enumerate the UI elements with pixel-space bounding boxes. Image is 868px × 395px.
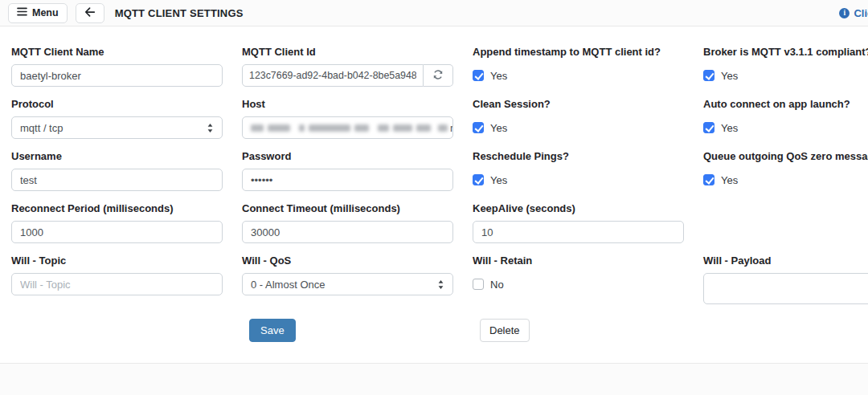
- settings-form: MQTT Client Name MQTT Client Id: [0, 26, 868, 345]
- field-keepalive: KeepAlive (seconds): [473, 202, 684, 243]
- page-title: MQTT CLIENT SETTINGS: [115, 7, 244, 19]
- username-label: Username: [11, 150, 223, 162]
- field-auto-connect: Auto connect on app launch? Yes: [703, 98, 868, 139]
- menu-button-label: Menu: [32, 7, 59, 18]
- client-settings-link[interactable]: Client Se: [839, 7, 868, 19]
- info-icon: [839, 8, 850, 18]
- will-qos-select[interactable]: 0 - Almost Once: [242, 273, 453, 295]
- redacted-text-blob: [299, 124, 305, 132]
- field-password: Password: [242, 150, 453, 191]
- client-id-label: MQTT Client Id: [242, 46, 453, 58]
- queue-qos-zero-label: Queue outgoing QoS zero messages?: [703, 150, 868, 162]
- host-visible-suffix: m:8003: [450, 122, 453, 134]
- password-input[interactable]: [242, 169, 453, 191]
- field-will-topic: Will - Topic: [11, 255, 223, 307]
- reconnect-period-label: Reconnect Period (milliseconds): [11, 202, 223, 214]
- clean-session-option-label: Yes: [490, 122, 507, 134]
- client-id-input[interactable]: [242, 64, 424, 87]
- top-bar: Menu MQTT CLIENT SETTINGS Client Se: [0, 0, 868, 26]
- field-will-qos: Will - QoS 0 - Almost Once: [242, 255, 453, 307]
- field-host: Host m:8003: [242, 98, 453, 139]
- host-label: Host: [242, 98, 453, 110]
- clean-session-check-row: Yes: [473, 116, 684, 139]
- field-client-name: MQTT Client Name: [11, 46, 223, 87]
- reschedule-pings-option-label: Yes: [490, 174, 507, 186]
- will-qos-label: Will - QoS: [242, 255, 453, 267]
- hamburger-icon: [17, 7, 27, 18]
- empty-cell: [703, 202, 868, 243]
- will-payload-label: Will - Payload: [703, 255, 868, 267]
- protocol-label: Protocol: [11, 98, 223, 110]
- will-qos-select-value: 0 - Almost Once: [251, 279, 325, 291]
- will-retain-option-label: No: [490, 279, 504, 291]
- field-will-retain: Will - Retain No: [473, 255, 684, 307]
- auto-connect-option-label: Yes: [721, 122, 738, 134]
- clean-session-label: Clean Session?: [473, 98, 684, 110]
- regenerate-client-id-button[interactable]: [424, 64, 453, 87]
- broker-compliant-check-row: Yes: [703, 64, 868, 87]
- refresh-icon: [432, 69, 444, 83]
- client-name-label: MQTT Client Name: [11, 46, 223, 58]
- password-label: Password: [242, 150, 453, 162]
- auto-connect-checkbox[interactable]: [703, 122, 714, 133]
- field-protocol: Protocol mqtt / tcp: [11, 98, 223, 139]
- keepalive-label: KeepAlive (seconds): [473, 202, 684, 214]
- broker-compliant-label: Broker is MQTT v3.1.1 compliant?: [703, 46, 868, 58]
- auto-connect-check-row: Yes: [703, 116, 868, 139]
- host-input[interactable]: m:8003: [242, 116, 453, 139]
- will-payload-textarea[interactable]: [703, 273, 868, 304]
- select-arrows-icon: [437, 279, 444, 290]
- will-retain-check-row: No: [473, 273, 684, 295]
- field-queue-qos-zero: Queue outgoing QoS zero messages? Yes: [703, 150, 868, 191]
- redacted-text-blob: [268, 124, 290, 132]
- connect-timeout-label: Connect Timeout (milliseconds): [242, 202, 453, 214]
- clean-session-checkbox[interactable]: [473, 122, 484, 133]
- page-canvas: Menu MQTT CLIENT SETTINGS Client Se MQTT…: [0, 0, 868, 395]
- connect-timeout-input[interactable]: [242, 221, 453, 243]
- protocol-select[interactable]: mqtt / tcp: [11, 116, 223, 139]
- field-username: Username: [11, 150, 223, 191]
- username-input[interactable]: [11, 169, 223, 191]
- footer: [0, 363, 868, 395]
- queue-qos-zero-checkbox[interactable]: [703, 174, 714, 185]
- delete-button[interactable]: Delete: [480, 319, 530, 342]
- field-connect-timeout: Connect Timeout (milliseconds): [242, 202, 453, 243]
- field-reschedule-pings: Reschedule Pings? Yes: [473, 150, 684, 191]
- will-topic-label: Will - Topic: [11, 255, 223, 267]
- field-reconnect-period: Reconnect Period (milliseconds): [11, 202, 223, 243]
- redacted-text-blob: [438, 124, 448, 132]
- field-append-timestamp: Append timestamp to MQTT client id? Yes: [473, 46, 684, 87]
- menu-button[interactable]: Menu: [8, 3, 68, 23]
- redacted-text-blob: [378, 124, 389, 132]
- append-timestamp-check-row: Yes: [473, 64, 684, 87]
- will-topic-input[interactable]: [11, 273, 223, 295]
- broker-compliant-option-label: Yes: [721, 70, 738, 82]
- keepalive-input[interactable]: [473, 221, 684, 243]
- field-broker-compliant: Broker is MQTT v3.1.1 compliant? Yes: [703, 46, 868, 87]
- save-button[interactable]: Save: [249, 319, 296, 342]
- reschedule-pings-label: Reschedule Pings?: [473, 150, 684, 162]
- field-client-id: MQTT Client Id: [242, 46, 453, 87]
- back-arrow-icon: [84, 6, 96, 20]
- client-id-input-group: [242, 64, 453, 87]
- redacted-text-blob: [309, 124, 350, 132]
- redacted-text-blob: [354, 124, 369, 132]
- protocol-select-value: mqtt / tcp: [20, 122, 63, 134]
- broker-compliant-checkbox[interactable]: [703, 70, 714, 81]
- reschedule-pings-checkbox[interactable]: [473, 174, 484, 185]
- append-timestamp-checkbox[interactable]: [473, 70, 484, 81]
- reschedule-pings-check-row: Yes: [473, 169, 684, 191]
- queue-qos-zero-check-row: Yes: [703, 169, 868, 191]
- client-name-input[interactable]: [11, 64, 223, 87]
- back-button[interactable]: [76, 3, 104, 23]
- redacted-text-blob: [251, 124, 264, 132]
- redacted-text-blob: [393, 124, 412, 132]
- redacted-text-blob: [416, 124, 431, 132]
- reconnect-period-input[interactable]: [11, 221, 223, 243]
- will-retain-label: Will - Retain: [473, 255, 684, 267]
- auto-connect-label: Auto connect on app launch?: [703, 98, 868, 110]
- queue-qos-zero-option-label: Yes: [721, 174, 738, 186]
- will-retain-checkbox[interactable]: [473, 279, 484, 290]
- client-settings-link-label: Client Se: [854, 7, 868, 19]
- append-timestamp-label: Append timestamp to MQTT client id?: [473, 46, 684, 58]
